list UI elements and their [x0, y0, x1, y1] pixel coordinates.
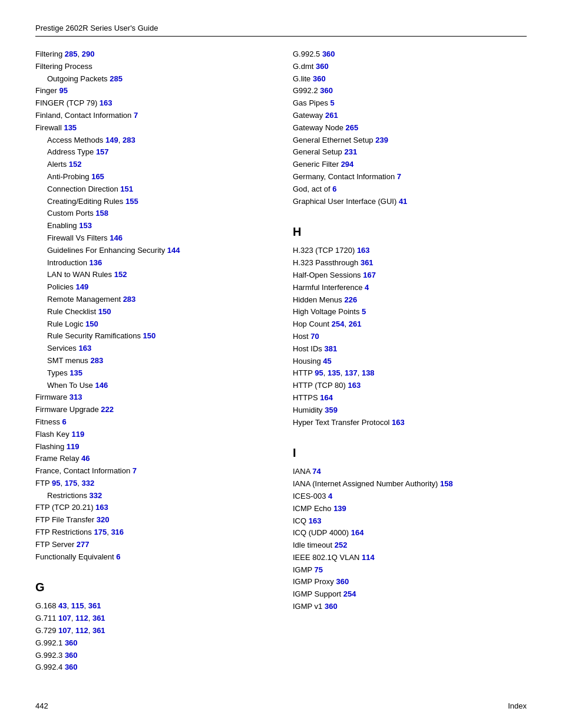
entry-link[interactable]: 254	[332, 319, 345, 328]
entry-link[interactable]: 112	[75, 614, 88, 622]
entry-link[interactable]: 95	[52, 479, 60, 487]
entry-link[interactable]: 114	[362, 553, 375, 562]
entry-link[interactable]: 360	[336, 577, 349, 586]
entry-link[interactable]: 7	[134, 111, 138, 120]
entry-link[interactable]: 5	[362, 307, 366, 316]
entry-link[interactable]: 119	[71, 430, 84, 439]
entry-link[interactable]: 165	[91, 172, 104, 181]
entry-link[interactable]: 4	[328, 492, 332, 500]
entry-link[interactable]: 294	[341, 160, 354, 169]
entry-link[interactable]: 313	[70, 393, 82, 401]
entry-link[interactable]: 150	[98, 307, 111, 316]
entry-link[interactable]: 175	[94, 528, 107, 536]
entry-link[interactable]: 150	[143, 331, 156, 340]
entry-link[interactable]: 115	[71, 601, 84, 610]
entry-link[interactable]: 277	[77, 540, 90, 549]
entry-link[interactable]: 164	[351, 528, 364, 537]
entry-link[interactable]: 158	[95, 209, 108, 218]
entry-link[interactable]: 163	[309, 516, 322, 525]
entry-link[interactable]: 254	[343, 589, 356, 598]
entry-link[interactable]: 360	[316, 62, 329, 71]
entry-link[interactable]: 361	[361, 258, 373, 267]
entry-link[interactable]: 152	[114, 270, 127, 279]
entry-link[interactable]: 283	[90, 356, 103, 365]
entry-link[interactable]: 137	[345, 368, 358, 377]
entry-link[interactable]: 45	[323, 357, 331, 365]
entry-link[interactable]: 112	[75, 626, 88, 635]
entry-link[interactable]: 70	[310, 332, 319, 341]
entry-link[interactable]: 157	[96, 147, 109, 156]
entry-link[interactable]: 46	[81, 454, 90, 463]
entry-link[interactable]: 164	[320, 393, 333, 402]
entry-link[interactable]: 360	[322, 50, 335, 58]
entry-link[interactable]: 158	[440, 479, 453, 488]
entry-link[interactable]: 43	[58, 601, 67, 610]
entry-link[interactable]: 7	[397, 172, 401, 181]
entry-link[interactable]: 152	[69, 160, 82, 169]
entry-link[interactable]: 361	[92, 614, 105, 622]
entry-link[interactable]: 119	[67, 442, 80, 451]
entry-link[interactable]: 153	[79, 221, 92, 230]
entry-link[interactable]: 135	[328, 368, 340, 377]
entry-link[interactable]: 107	[58, 614, 71, 622]
entry-link[interactable]: 155	[125, 197, 138, 206]
entry-link[interactable]: 285	[65, 50, 78, 58]
entry-link[interactable]: 222	[101, 405, 114, 414]
entry-link[interactable]: 149	[105, 136, 118, 144]
entry-link[interactable]: 163	[357, 246, 370, 255]
entry-link[interactable]: 283	[123, 136, 135, 144]
entry-link[interactable]: 283	[123, 295, 136, 304]
entry-link[interactable]: 381	[324, 344, 337, 353]
entry-link[interactable]: 320	[97, 515, 110, 524]
entry-link[interactable]: 290	[82, 50, 95, 58]
entry-link[interactable]: 74	[312, 467, 320, 476]
entry-link[interactable]: 151	[120, 185, 133, 193]
entry-link[interactable]: 150	[85, 319, 98, 328]
entry-link[interactable]: 265	[346, 123, 359, 132]
entry-link[interactable]: 163	[95, 503, 108, 512]
entry-link[interactable]: 360	[313, 74, 326, 83]
entry-link[interactable]: 146	[110, 233, 123, 242]
entry-link[interactable]: 231	[344, 147, 357, 156]
entry-link[interactable]: 361	[88, 601, 101, 610]
entry-link[interactable]: 167	[363, 271, 376, 279]
entry-link[interactable]: 360	[65, 663, 78, 671]
entry-link[interactable]: 75	[315, 565, 323, 574]
entry-link[interactable]: 163	[100, 98, 113, 107]
entry-link[interactable]: 261	[349, 319, 362, 328]
entry-link[interactable]: 41	[399, 197, 407, 206]
entry-link[interactable]: 163	[392, 418, 405, 427]
entry-link[interactable]: 360	[65, 651, 78, 660]
entry-link[interactable]: 135	[64, 123, 77, 132]
entry-link[interactable]: 95	[59, 86, 67, 95]
entry-link[interactable]: 7	[133, 466, 137, 475]
entry-link[interactable]: 175	[65, 479, 78, 487]
entry-link[interactable]: 107	[58, 626, 71, 635]
entry-link[interactable]: 136	[90, 258, 103, 267]
entry-link[interactable]: 316	[111, 528, 124, 536]
entry-link[interactable]: 95	[315, 368, 323, 377]
entry-link[interactable]: 359	[325, 406, 338, 414]
entry-link[interactable]: 163	[348, 381, 361, 390]
entry-link[interactable]: 163	[78, 344, 91, 353]
entry-link[interactable]: 361	[92, 626, 105, 635]
entry-link[interactable]: 144	[167, 246, 180, 255]
entry-link[interactable]: 285	[110, 74, 123, 83]
entry-link[interactable]: 261	[325, 111, 338, 120]
entry-link[interactable]: 252	[335, 541, 348, 549]
entry-link[interactable]: 332	[82, 479, 95, 487]
entry-link[interactable]: 138	[362, 368, 375, 377]
entry-link[interactable]: 360	[65, 638, 78, 647]
entry-link[interactable]: 4	[365, 283, 369, 292]
entry-link[interactable]: 135	[70, 368, 82, 377]
entry-link[interactable]: 6	[62, 417, 67, 426]
entry-link[interactable]: 360	[320, 86, 333, 95]
entry-link[interactable]: 146	[95, 381, 108, 390]
entry-link[interactable]: 6	[116, 552, 120, 561]
entry-link[interactable]: 6	[332, 185, 336, 193]
entry-link[interactable]: 239	[375, 136, 388, 144]
entry-link[interactable]: 226	[344, 295, 357, 304]
entry-link[interactable]: 332	[90, 491, 103, 500]
entry-link[interactable]: 139	[333, 504, 346, 513]
entry-link[interactable]: 360	[325, 602, 338, 611]
